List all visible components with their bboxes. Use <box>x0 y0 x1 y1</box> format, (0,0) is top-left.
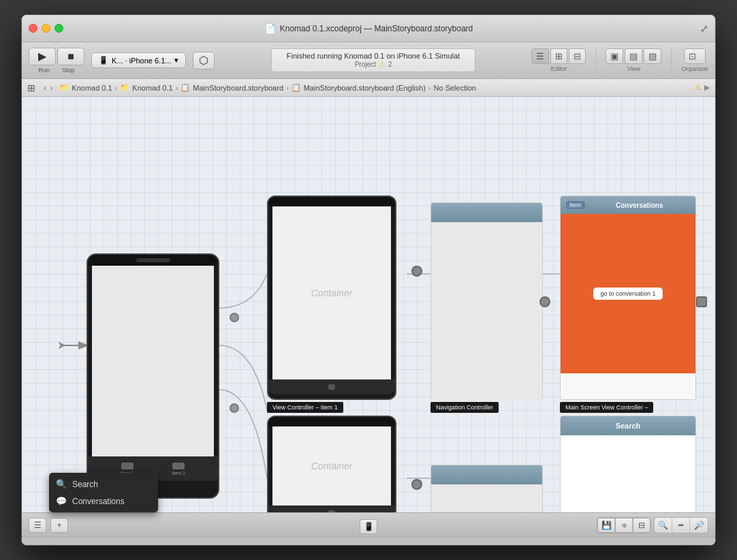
breadcrumb-sep-3: › <box>428 84 431 92</box>
view-buttons: ▣ ▤ ▧ <box>606 48 661 64</box>
breadcrumb-item-4[interactable]: No Selection <box>434 84 476 92</box>
zoom-group: 💾 ⎆ ⊟ <box>597 517 651 533</box>
breadcrumb-sep-2: › <box>286 84 289 92</box>
go-to-conv-button[interactable]: go to conversation 1 <box>593 287 662 300</box>
grid-icon[interactable]: ⊞ <box>27 82 35 93</box>
zoom-in-button[interactable]: 🔎 <box>690 518 708 533</box>
window-title: Knomad 0.1.xcodeproj — MainStoryboard.st… <box>280 24 473 33</box>
conversations-popup-icon: 💬 <box>56 496 67 506</box>
zoom-reset-button[interactable]: ━ <box>672 518 690 533</box>
storyboard-canvas[interactable]: ➤ Item 1 Item 2 <box>22 97 715 512</box>
conversations-title: Conversations <box>589 202 690 209</box>
bottom-area: 🔍 Search 💬 Conversations ☰ + 📱 💾 ⎆ ⊟ <box>22 512 715 537</box>
play-icon: ▶ <box>38 51 46 62</box>
breadcrumb: ⊞ ‹ › 📁 Knomad 0.1 › 📁 Knomad 0.1 › 📋 Ma… <box>22 79 715 97</box>
breadcrumb-label-1: Knomad 0.1 <box>132 84 172 92</box>
utilities-button[interactable]: ▧ <box>644 48 661 64</box>
breadcrumb-label-4: No Selection <box>434 84 476 92</box>
nav-conn-dot-upper <box>411 266 422 277</box>
divider2 <box>671 48 672 73</box>
breadcrumb-label-2: MainStoryboard.storyboard <box>193 84 283 92</box>
toolbar-status: Finished running Knomad 0.1 on iPhone 6.… <box>221 48 524 72</box>
divider <box>595 48 596 73</box>
main-window: 📄 Knomad 0.1.xcodeproj — MainStoryboard.… <box>21 14 716 546</box>
search-label: Search <box>616 422 641 430</box>
breadcrumb-item-0[interactable]: 📁 Knomad 0.1 <box>59 83 112 92</box>
status-box: Finished running Knomad 0.1 on iPhone 6.… <box>271 48 475 72</box>
stop-icon: ■ <box>67 51 74 62</box>
run-stop-group: ▶ ■ Run Stop <box>29 48 84 74</box>
maximize-button[interactable] <box>54 24 63 33</box>
nav-conn-dot-lower <box>411 479 422 490</box>
scheme-selector[interactable]: 📱 K... · iPhone 6.1... ▾ <box>91 52 186 68</box>
nav-controller-upper[interactable] <box>430 202 543 400</box>
container-label: Container <box>311 287 353 298</box>
canvas-list-button[interactable]: ☰ <box>29 518 46 533</box>
breadcrumb-item-1[interactable]: 📁 Knomad 0.1 <box>120 83 172 92</box>
conn-dot-upper <box>230 313 239 322</box>
breadcrumb-nav: ‹ › <box>42 84 54 92</box>
bottom-right: 💾 ⎆ ⊟ 🔍 ━ 🔎 <box>597 517 708 533</box>
warning-count: 2 <box>388 61 392 68</box>
stop-button[interactable]: ■ <box>57 48 84 65</box>
item-badge: Item <box>566 201 585 209</box>
center-btn[interactable]: 📱 <box>360 519 377 534</box>
nav-right-dot <box>539 296 550 307</box>
close-button[interactable] <box>29 24 37 33</box>
version-editor-button[interactable]: ⊟ <box>569 48 586 64</box>
main-area: ➤ Item 1 Item 2 <box>22 97 715 512</box>
horizontal-scrollbar[interactable] <box>22 537 715 545</box>
nav-controller-lower[interactable] <box>430 465 543 512</box>
breakpoints-button[interactable]: ⬡ <box>193 52 215 69</box>
standard-editor-button[interactable]: ☰ <box>531 48 549 64</box>
project-label: Project <box>355 61 376 68</box>
debug-button[interactable]: ▤ <box>625 48 642 64</box>
zoom-out-button[interactable]: 🔍 <box>655 518 672 533</box>
toolbar: ▶ ■ Run Stop 📱 K... · iPhone 6.1... ▾ ⬡ … <box>22 42 715 79</box>
breadcrumb-sep-1: › <box>176 84 178 92</box>
organizer-group: ⊡ Organizer <box>681 48 708 72</box>
navigator-button[interactable]: ▣ <box>606 48 623 64</box>
main-screen-label: Main Screen View Controller – <box>560 402 653 413</box>
container2-label: Container <box>311 461 353 471</box>
folder-icon: 📁 <box>59 83 69 92</box>
nav-controller-upper-label: Navigation Controller <box>430 402 499 413</box>
expand-icon[interactable]: ⤢ <box>700 23 708 34</box>
tab-bar-controller-device[interactable]: Item 1 Item 2 <box>87 253 219 499</box>
add-button[interactable]: + <box>50 518 68 533</box>
container-vc-lower[interactable]: Container <box>267 416 396 512</box>
organizer-button[interactable]: ⊡ <box>684 48 706 64</box>
vc-item1-label: View Controller – Item 1 <box>267 402 343 413</box>
breadcrumb-label-3: MainStoryboard.storyboard (English) <box>304 84 426 92</box>
settings-button[interactable]: ⊟ <box>633 518 650 533</box>
assistant-editor-button[interactable]: ⊞ <box>550 48 567 64</box>
container-vc-upper[interactable]: Container <box>267 196 396 400</box>
search-vc[interactable]: Search <box>560 416 696 512</box>
breadcrumb-warning-icon: ⚠ <box>695 83 702 92</box>
save-button[interactable]: 💾 <box>597 518 615 533</box>
breadcrumb-forward[interactable]: › <box>49 84 54 92</box>
popup-item-search[interactable]: 🔍 Search <box>49 476 158 493</box>
bottom-toolbar: ☰ + 📱 💾 ⎆ ⊟ 🔍 ━ 🔎 <box>22 512 715 537</box>
breadcrumb-back[interactable]: ‹ <box>42 84 48 92</box>
conn-dot-middle <box>230 403 239 413</box>
share-button[interactable]: ⎆ <box>615 518 633 533</box>
main-screen-vc[interactable]: Item Conversations go to conversation 1 <box>560 196 696 400</box>
breadcrumb-warning-right: ▶ <box>704 83 710 92</box>
minimize-button[interactable] <box>42 24 50 33</box>
run-button[interactable]: ▶ <box>29 48 56 65</box>
chevron-down-icon: ▾ <box>174 56 178 65</box>
title-bar-center: 📄 Knomad 0.1.xcodeproj — MainStoryboard.… <box>264 23 473 34</box>
entry-arrow: ➤ <box>57 339 66 352</box>
breadcrumb-item-3[interactable]: 📋 MainStoryboard.storyboard (English) <box>292 83 426 92</box>
breadcrumb-item-2[interactable]: 📋 MainStoryboard.storyboard <box>181 83 283 92</box>
popup-item-conversations[interactable]: 💬 Conversations <box>49 493 158 510</box>
zoom-controls: 🔍 ━ 🔎 <box>654 517 708 533</box>
breadcrumb-sep-0: › <box>115 84 118 92</box>
title-bar: 📄 Knomad 0.1.xcodeproj — MainStoryboard.… <box>22 15 715 42</box>
storyboard-icon-2: 📋 <box>292 83 301 92</box>
view-group: ▣ ▤ ▧ View <box>606 48 661 72</box>
search-popup-icon: 🔍 <box>56 479 67 489</box>
storyboard-icon: 📋 <box>181 83 190 92</box>
run-label: Run <box>38 67 50 74</box>
